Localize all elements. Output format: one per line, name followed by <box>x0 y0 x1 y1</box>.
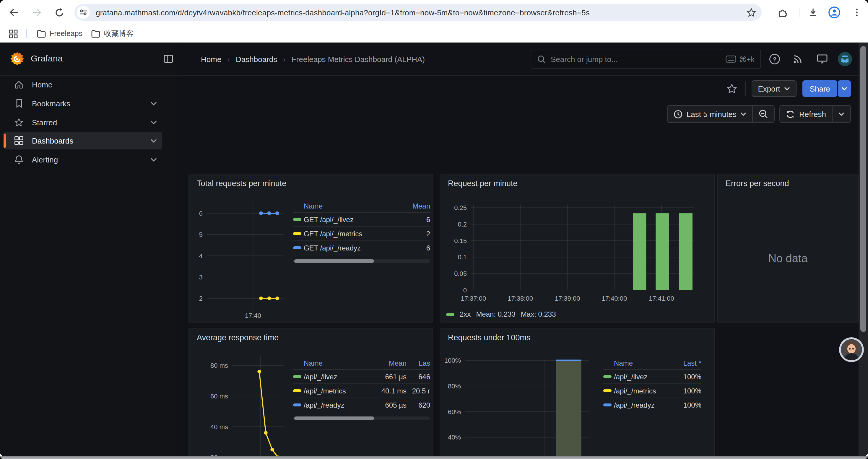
sidebar-item-home[interactable]: Home <box>4 76 162 93</box>
folder-icon <box>37 30 46 38</box>
floating-assistant-avatar[interactable] <box>839 337 864 362</box>
legend-row[interactable]: GET /api/_/readyz6 <box>293 241 430 255</box>
chevron-down-icon <box>838 112 844 116</box>
legend-scrollbar-thumb[interactable] <box>294 417 374 420</box>
refresh-button[interactable]: Refresh <box>780 106 832 122</box>
page-scrollbar[interactable] <box>859 42 868 456</box>
panel-title[interactable]: Total requests per minute <box>197 179 286 188</box>
user-avatar[interactable] <box>838 52 852 66</box>
apps-grid-icon[interactable] <box>6 27 20 41</box>
breadcrumb-item[interactable]: Freeleaps Metrics Dashboard (ALPHA) <box>291 55 425 64</box>
legend-scrollbar[interactable] <box>293 417 430 420</box>
breadcrumb-item[interactable]: Home <box>201 55 221 64</box>
legend-row[interactable]: GET /api/_/metrics2 <box>293 227 430 241</box>
news-rss-icon[interactable] <box>790 52 805 66</box>
legend-col-name[interactable]: Name <box>304 202 403 210</box>
bookmark-star-icon[interactable] <box>745 6 757 18</box>
panel-requests-under-100ms[interactable]: Requests under 100ms 100%80%60%40%20%0%1… <box>440 328 715 456</box>
panel-total-requests[interactable]: Total requests per minute 6543217:40 Nam… <box>188 174 433 323</box>
search-shortcut: ⌘+k <box>725 55 754 64</box>
svg-text:80 ms: 80 ms <box>210 362 228 369</box>
grafana-logo[interactable] <box>9 52 25 69</box>
svg-text:17:39:00: 17:39:00 <box>555 295 580 302</box>
series-name[interactable]: /api/_/metrics <box>304 387 370 395</box>
series-value: 100% <box>673 401 701 409</box>
search-input[interactable]: Search or jump to... ⌘+k <box>531 50 761 68</box>
refresh-interval-dropdown[interactable] <box>832 106 850 122</box>
series-name[interactable]: /api/_/readyz <box>304 401 370 409</box>
legend-scrollbar[interactable] <box>293 259 430 263</box>
downloads-icon[interactable] <box>806 5 820 20</box>
svg-text:0.2: 0.2 <box>458 221 467 228</box>
scrollbar-thumb[interactable] <box>860 46 866 332</box>
legend-col[interactable]: Mean <box>370 359 406 367</box>
series-name[interactable]: 2xx <box>460 310 471 319</box>
svg-text:0: 0 <box>463 287 467 294</box>
series-name[interactable]: GET /api/_/livez <box>304 215 403 224</box>
legend-row[interactable]: /api/_/readyz100% <box>603 398 701 412</box>
panel-errors-per-second[interactable]: Errors per second No data <box>717 174 859 323</box>
sidebar-item-alerting[interactable]: Alerting <box>4 151 162 168</box>
kiosk-monitor-icon[interactable] <box>815 52 829 66</box>
legend-col[interactable]: Las <box>406 359 430 367</box>
chevron-down-icon <box>150 138 157 143</box>
svg-text:0.25: 0.25 <box>454 204 467 211</box>
legend-col-name[interactable]: Name <box>614 359 673 367</box>
panel-average-response-time[interactable]: Average response time 80 ms60 ms40 ms20 … <box>188 328 433 456</box>
legend-col-name[interactable]: Name <box>304 359 370 367</box>
breadcrumb-item[interactable]: Dashboards <box>236 55 277 64</box>
svg-text:60 ms: 60 ms <box>210 393 228 400</box>
forward-button[interactable] <box>30 5 44 20</box>
series-name[interactable]: GET /api/_/readyz <box>304 244 403 252</box>
home-icon <box>14 80 24 89</box>
legend-row[interactable]: /api/_/metrics100% <box>603 384 701 398</box>
legend-col[interactable]: Mean <box>403 202 430 210</box>
menu-dots-icon[interactable] <box>850 5 864 20</box>
series-value: 20.5 r <box>406 387 430 395</box>
series-value: 6 <box>403 244 430 252</box>
svg-text:5: 5 <box>199 231 203 238</box>
bookmark-folder-label: Freeleaps <box>50 30 83 38</box>
favorite-star-icon[interactable] <box>725 81 739 96</box>
export-button[interactable]: Export <box>751 80 797 97</box>
sidebar-item-starred[interactable]: Starred <box>4 113 162 131</box>
svg-text:0.1: 0.1 <box>458 254 467 261</box>
legend-row[interactable]: GET /api/_/livez6 <box>293 213 430 227</box>
time-range-picker[interactable]: Last 5 minutes <box>668 106 752 122</box>
profile-avatar[interactable] <box>827 5 841 20</box>
bookmark-folder-label: 收藏博客 <box>104 29 133 39</box>
back-button[interactable] <box>7 5 21 20</box>
apps-icon <box>14 136 24 145</box>
panel-request-per-minute[interactable]: Request per minute 0.250.20.150.10.05017… <box>440 174 715 323</box>
sidebar-item-bookmarks[interactable]: Bookmarks <box>4 95 162 112</box>
bookmark-folder-blogs[interactable]: 收藏博客 <box>88 27 137 41</box>
series-name[interactable]: /api/_/livez <box>614 372 673 381</box>
zoom-out-button[interactable] <box>752 106 774 122</box>
reload-button[interactable] <box>52 5 66 20</box>
site-settings-icon[interactable] <box>77 6 90 19</box>
legend-col[interactable]: Last * <box>673 359 701 367</box>
share-dropdown-button[interactable] <box>838 80 851 97</box>
extensions-icon[interactable] <box>776 5 790 20</box>
sidebar-item-dashboards[interactable]: Dashboards <box>4 132 162 150</box>
address-bar[interactable]: grafana.mathmast.com/d/deytv4rwavabkb/fr… <box>74 4 762 21</box>
bookmark-folder-freeleaps[interactable]: Freeleaps <box>33 27 86 41</box>
sidebar-item-label: Alerting <box>32 155 150 164</box>
legend-scrollbar-thumb[interactable] <box>294 259 374 263</box>
legend-row[interactable]: /api/_/livez100% <box>603 370 701 384</box>
series-name[interactable]: /api/_/livez <box>304 372 370 381</box>
legend-row[interactable]: /api/_/metrics40.1 ms20.5 r <box>293 384 430 398</box>
series-name[interactable]: GET /api/_/metrics <box>304 230 403 238</box>
panel-title[interactable]: Request per minute <box>448 179 518 188</box>
url-text[interactable]: grafana.mathmast.com/d/deytv4rwavabkb/fr… <box>96 8 590 17</box>
series-name[interactable]: /api/_/metrics <box>614 387 673 395</box>
legend-row[interactable]: /api/_/readyz605 µs620 <box>293 398 430 412</box>
sidebar-toggle-icon[interactable] <box>164 54 173 66</box>
sidebar-item-label: Home <box>32 80 162 89</box>
series-swatch <box>293 246 301 249</box>
help-icon[interactable]: ? <box>768 52 782 66</box>
legend-row[interactable]: /api/_/livez661 µs646 <box>293 370 430 384</box>
series-name[interactable]: /api/_/readyz <box>614 401 673 409</box>
share-button[interactable]: Share <box>803 80 837 97</box>
series-swatch <box>293 389 301 392</box>
